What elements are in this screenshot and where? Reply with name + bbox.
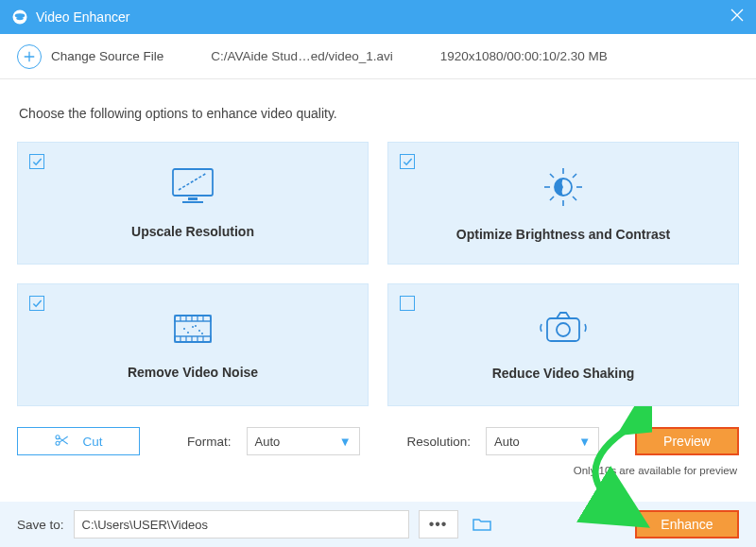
- preview-hint: Only 10s are available for preview: [17, 465, 737, 476]
- svg-point-35: [557, 323, 570, 336]
- resolution-value: Auto: [494, 435, 520, 449]
- cut-label: Cut: [82, 435, 102, 449]
- app-title: Video Enhancer: [36, 9, 730, 25]
- svg-line-13: [550, 197, 554, 200]
- source-bar: Change Source File C:/AVAide Stud…ed/vid…: [0, 34, 756, 79]
- svg-point-33: [201, 333, 203, 334]
- close-icon[interactable]: [730, 8, 745, 26]
- content-area: Choose the following options to enhance …: [0, 79, 756, 486]
- resolution-dropdown[interactable]: Auto ▼: [486, 427, 599, 455]
- controls-row: Cut Format: Auto ▼ Resolution: Auto ▼ Pr…: [17, 427, 739, 455]
- titlebar: Video Enhancer: [0, 0, 756, 34]
- format-dropdown[interactable]: Auto ▼: [247, 427, 360, 455]
- preview-label: Preview: [663, 434, 711, 449]
- svg-point-30: [187, 332, 189, 333]
- change-source-button[interactable]: Change Source File: [17, 44, 163, 69]
- checkbox[interactable]: [400, 154, 415, 169]
- options-grid: Upscale Resolution Optimize Brightness a…: [17, 142, 739, 406]
- film-icon: [169, 310, 216, 351]
- app-icon: [11, 9, 28, 26]
- checkbox[interactable]: [29, 154, 44, 169]
- card-remove-noise[interactable]: Remove Video Noise: [17, 283, 369, 406]
- card-optimize-brightness[interactable]: Optimize Brightness and Contrast: [387, 142, 739, 265]
- svg-line-14: [573, 174, 576, 178]
- enhance-label: Enhance: [661, 517, 713, 532]
- svg-point-28: [183, 328, 185, 330]
- monitor-icon: [169, 167, 216, 211]
- instruction-text: Choose the following options to enhance …: [19, 106, 739, 121]
- svg-point-2: [16, 17, 24, 20]
- svg-rect-4: [188, 197, 198, 200]
- source-path: C:/AVAide Stud…ed/video_1.avi: [211, 49, 392, 63]
- svg-line-11: [550, 174, 554, 178]
- checkbox[interactable]: [400, 296, 415, 311]
- svg-rect-34: [547, 318, 579, 341]
- svg-rect-3: [173, 169, 213, 196]
- card-label: Optimize Brightness and Contrast: [456, 227, 670, 242]
- svg-point-31: [198, 330, 200, 332]
- card-label: Upscale Resolution: [131, 224, 254, 239]
- card-upscale-resolution[interactable]: Upscale Resolution: [17, 142, 369, 265]
- browse-button[interactable]: •••: [419, 510, 458, 538]
- change-source-label: Change Source File: [51, 49, 163, 63]
- format-value: Auto: [255, 435, 281, 449]
- open-folder-button[interactable]: [468, 510, 496, 538]
- cut-button[interactable]: Cut: [17, 427, 140, 455]
- format-label: Format:: [187, 435, 232, 449]
- caret-down-icon: ▼: [578, 435, 591, 449]
- enhance-button[interactable]: Enhance: [635, 510, 739, 538]
- card-label: Reduce Video Shaking: [492, 366, 635, 381]
- camera-icon: [538, 309, 589, 352]
- caret-down-icon: ▼: [339, 435, 352, 449]
- preview-button[interactable]: Preview: [635, 427, 739, 455]
- checkbox[interactable]: [29, 296, 44, 311]
- svg-point-29: [192, 326, 194, 328]
- save-path-input[interactable]: [74, 510, 409, 538]
- svg-line-12: [573, 197, 576, 200]
- card-label: Remove Video Noise: [128, 365, 258, 380]
- source-meta: 1920x1080/00:00:10/2.30 MB: [440, 49, 608, 63]
- save-label: Save to:: [17, 518, 64, 532]
- plus-icon: [17, 44, 42, 69]
- card-reduce-shaking[interactable]: Reduce Video Shaking: [387, 283, 739, 406]
- svg-rect-5: [182, 201, 203, 203]
- brightness-icon: [541, 164, 586, 214]
- svg-point-32: [195, 325, 197, 327]
- resolution-label: Resolution:: [407, 435, 472, 449]
- save-bar: Save to: ••• Enhance: [0, 502, 756, 547]
- scissors-icon: [54, 433, 69, 451]
